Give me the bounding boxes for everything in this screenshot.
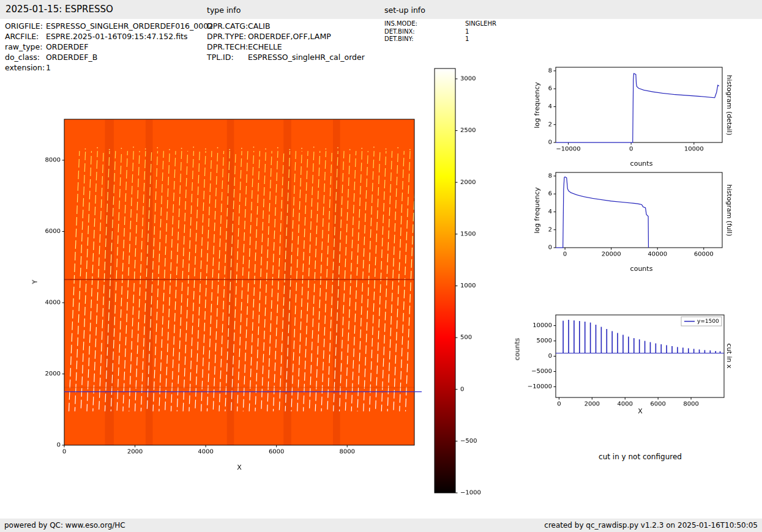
file-info-block: ORIGFILE:ESPRESSO_SINGLEHR_ORDERDEF016_0… <box>5 21 213 73</box>
meta-row-dprtech: DPR.TECH:ECHELLE <box>207 42 365 52</box>
meta-row-dprcatg: DPR.CATG:CALIB <box>207 21 365 31</box>
meta-row-tplid: TPL.ID:ESPRESSO_singleHR_cal_order <box>207 52 365 62</box>
setup-info-heading: set-up info <box>384 6 425 15</box>
meta-value: ORDERDEF,OFF,LAMP <box>248 32 331 41</box>
histogram-detail-plot <box>508 58 741 168</box>
meta-value: ESPRESSO_SINGLEHR_ORDERDEF016_0002 <box>46 21 213 31</box>
cut-x-x-axis-label: X <box>638 407 643 415</box>
meta-label: TPL.ID: <box>207 52 248 62</box>
meta-row-insmode: INS.MODE:SINGLEHR <box>384 20 496 28</box>
meta-row-detbiny: DET.BINY:1 <box>384 35 496 43</box>
meta-row-origfile: ORIGFILE:ESPRESSO_SINGLEHR_ORDERDEF016_0… <box>5 21 213 31</box>
meta-value: 1 <box>46 63 51 72</box>
meta-label: do_class: <box>5 52 46 62</box>
footer-bar: powered by QC: www.eso.org/HC created by… <box>0 519 762 532</box>
cut-in-y-note: cut in y not configured <box>599 453 682 461</box>
meta-label: DPR.TECH: <box>207 42 248 52</box>
header-bar: 2025-01-15: ESPRESSO type info set-up in… <box>0 0 762 19</box>
hist-full-x-axis-label: counts <box>630 265 653 273</box>
meta-value: ORDERDEF <box>46 42 88 51</box>
meta-row-doclass: do_class:ORDERDEF_B <box>5 52 213 62</box>
raw-frame-heatmap <box>24 107 428 480</box>
type-info-heading: type info <box>207 6 241 15</box>
meta-label: DET.BINY: <box>384 35 465 43</box>
meta-value: ECHELLE <box>248 42 282 51</box>
footer-left-text: powered by QC: www.eso.org/HC <box>4 521 125 530</box>
type-info-block: DPR.CATG:CALIB DPR.TYPE:ORDERDEF,OFF,LAM… <box>207 21 365 62</box>
meta-value: CALIB <box>248 21 271 31</box>
meta-label: DPR.CATG: <box>207 21 248 31</box>
meta-row-dprtype: DPR.TYPE:ORDERDEF,OFF,LAMP <box>207 31 365 42</box>
meta-label: extension: <box>5 62 46 73</box>
hist-detail-x-axis-label: counts <box>630 160 653 168</box>
meta-row-detbinx: DET.BINX:1 <box>384 28 496 36</box>
meta-row-arcfile: ARCFILE:ESPRE.2025-01-16T09:15:47.152.fi… <box>5 31 213 42</box>
meta-value: 1 <box>465 35 469 42</box>
hist-detail-side-label: histogram (detail) <box>725 75 733 136</box>
meta-value: SINGLEHR <box>465 20 496 27</box>
meta-label: raw_type: <box>5 42 46 52</box>
main-y-axis-label: Y <box>31 280 39 284</box>
cut-x-y-axis-label: counts <box>514 338 521 361</box>
meta-label: INS.MODE: <box>384 20 465 28</box>
cut-in-x-plot <box>505 306 741 416</box>
main-x-axis-label: X <box>237 464 242 471</box>
meta-value: ESPRESSO_singleHR_cal_order <box>248 53 365 62</box>
page-title: 2025-01-15: ESPRESSO <box>6 4 113 15</box>
hist-full-y-axis-label: log frequency <box>533 187 541 233</box>
hist-detail-y-axis-label: log frequency <box>533 82 541 128</box>
meta-row-rawtype: raw_type:ORDERDEF <box>5 42 213 52</box>
hist-full-side-label: histogram (full) <box>725 185 733 237</box>
colorbar <box>431 64 490 501</box>
footer-right-text: created by qc_rawdisp.py v1.2.3 on 2025-… <box>544 521 758 530</box>
meta-label: ORIGFILE: <box>5 21 46 31</box>
meta-value: 1 <box>465 28 469 35</box>
meta-value: ORDERDEF_B <box>46 53 97 62</box>
meta-label: DET.BINX: <box>384 28 465 36</box>
meta-value: ESPRE.2025-01-16T09:15:47.152.fits <box>46 32 187 41</box>
histogram-full-plot <box>508 163 741 273</box>
setup-info-block: INS.MODE:SINGLEHR DET.BINX:1 DET.BINY:1 <box>384 20 496 43</box>
meta-label: ARCFILE: <box>5 31 46 42</box>
meta-row-extension: extension:1 <box>5 62 213 73</box>
cut-x-side-label: cut in x <box>725 344 733 369</box>
meta-label: DPR.TYPE: <box>207 31 248 42</box>
